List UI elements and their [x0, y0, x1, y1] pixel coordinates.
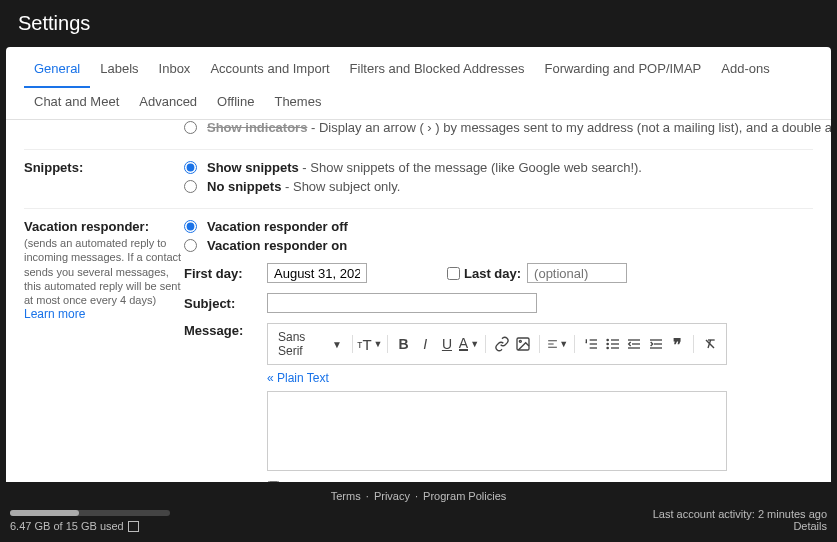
settings-tabs: General Labels Inbox Accounts and Import… [6, 47, 831, 120]
bold-button[interactable]: B [394, 333, 414, 355]
vacation-off-radio[interactable] [184, 220, 197, 233]
tab-accounts[interactable]: Accounts and Import [200, 55, 339, 88]
no-snippets-title: No snippets [207, 179, 281, 194]
show-indicators-radio[interactable] [184, 121, 197, 134]
tab-forwarding[interactable]: Forwarding and POP/IMAP [534, 55, 711, 88]
vacation-on-radio[interactable] [184, 239, 197, 252]
message-body-input[interactable] [267, 391, 727, 471]
snippets-label: Snippets: [24, 160, 184, 175]
tab-chat[interactable]: Chat and Meet [24, 88, 129, 119]
footer: Terms · Privacy · Program Policies 6.47 … [0, 482, 837, 542]
vacation-learn-more[interactable]: Learn more [24, 307, 184, 321]
link-button[interactable] [492, 333, 512, 355]
settings-content: Show indicators - Display an arrow ( › )… [6, 120, 831, 490]
indent-more-button[interactable] [646, 333, 666, 355]
footer-privacy[interactable]: Privacy [374, 490, 410, 502]
svg-point-1 [520, 340, 522, 342]
message-toolbar: Sans Serif ▼ тT▼ B I U A▼ [267, 323, 727, 365]
align-button[interactable]: ▼ [546, 333, 568, 355]
underline-button[interactable]: U [437, 333, 457, 355]
last-day-input[interactable] [527, 263, 627, 283]
tab-addons[interactable]: Add-ons [711, 55, 779, 88]
subject-input[interactable] [267, 293, 537, 313]
page-title: Settings [18, 12, 90, 34]
indent-less-button[interactable] [624, 333, 644, 355]
svg-point-12 [607, 343, 608, 344]
first-day-label: First day: [184, 266, 267, 281]
tab-labels[interactable]: Labels [90, 55, 148, 88]
show-snippets-title: Show snippets [207, 160, 299, 175]
footer-terms[interactable]: Terms [331, 490, 361, 502]
remove-formatting-button[interactable] [700, 333, 720, 355]
last-day-label: Last day: [464, 266, 521, 281]
footer-links: Terms · Privacy · Program Policies [10, 490, 827, 502]
show-snippets-radio[interactable] [184, 161, 197, 174]
vacation-label: Vacation responder: [24, 219, 184, 234]
last-day-checkbox[interactable] [447, 267, 460, 280]
storage-bar [10, 510, 170, 516]
indicators-row: Show indicators - Display an arrow ( › )… [24, 120, 813, 145]
text-color-button[interactable]: A▼ [459, 333, 479, 355]
tab-general[interactable]: General [24, 55, 90, 88]
vacation-row: Vacation responder: (sends an automated … [24, 208, 813, 490]
numbered-list-button[interactable] [581, 333, 601, 355]
show-snippets-desc: - Show snippets of the message (like Goo… [299, 160, 642, 175]
image-button[interactable] [514, 333, 534, 355]
tab-advanced[interactable]: Advanced [129, 88, 207, 119]
footer-policies[interactable]: Program Policies [423, 490, 506, 502]
tab-offline[interactable]: Offline [207, 88, 264, 119]
indicators-desc: - Display an arrow ( › ) by messages sen… [307, 120, 831, 135]
font-selector[interactable]: Sans Serif ▼ [274, 328, 346, 360]
external-link-icon[interactable] [128, 521, 139, 532]
indicators-title: Show indicators [207, 120, 307, 135]
quote-button[interactable]: ❞ [668, 333, 688, 355]
account-activity: Last account activity: 2 minutes ago [653, 508, 827, 520]
svg-point-11 [607, 339, 608, 340]
chevron-down-icon: ▼ [332, 339, 342, 350]
font-size-button[interactable]: тT▼ [359, 333, 381, 355]
svg-point-13 [607, 347, 608, 348]
vacation-off-label: Vacation responder off [207, 219, 348, 234]
tab-inbox[interactable]: Inbox [149, 55, 201, 88]
details-link[interactable]: Details [653, 520, 827, 532]
page-header: Settings [0, 0, 837, 47]
storage-text: 6.47 GB of 15 GB used [10, 520, 124, 532]
vacation-desc: (sends an automated reply to incoming me… [24, 236, 184, 307]
tab-filters[interactable]: Filters and Blocked Addresses [340, 55, 535, 88]
no-snippets-radio[interactable] [184, 180, 197, 193]
no-snippets-desc: - Show subject only. [281, 179, 400, 194]
settings-panel: General Labels Inbox Accounts and Import… [6, 47, 831, 499]
italic-button[interactable]: I [415, 333, 435, 355]
bullet-list-button[interactable] [603, 333, 623, 355]
first-day-input[interactable] [267, 263, 367, 283]
message-label: Message: [184, 323, 267, 338]
subject-label: Subject: [184, 296, 267, 311]
plain-text-link[interactable]: « Plain Text [267, 371, 727, 385]
vacation-on-label: Vacation responder on [207, 238, 347, 253]
snippets-row: Snippets: Show snippets - Show snippets … [24, 149, 813, 204]
tab-themes[interactable]: Themes [264, 88, 331, 119]
